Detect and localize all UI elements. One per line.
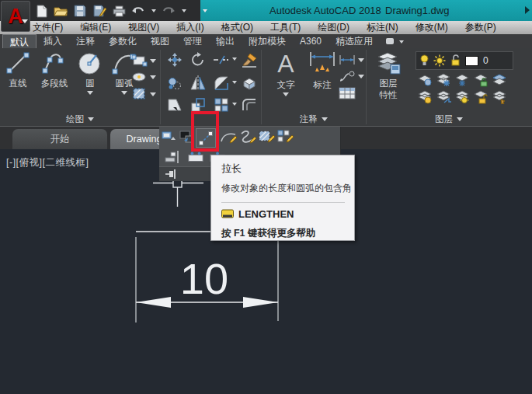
- offset-button[interactable]: [241, 96, 258, 113]
- ribbon-tab-parametric[interactable]: 参数化: [102, 34, 144, 48]
- current-layer-name[interactable]: 0: [483, 55, 489, 66]
- rectangle-dropdown-icon[interactable]: [150, 59, 156, 63]
- menu-dimension[interactable]: 标注(N): [367, 21, 398, 34]
- object-lines: [153, 179, 203, 207]
- undo-button[interactable]: [131, 4, 145, 18]
- leader-dropdown-icon[interactable]: [358, 75, 364, 78]
- open-file-button[interactable]: [54, 4, 68, 18]
- layer-make-current-button[interactable]: [417, 90, 436, 107]
- ellipse-button[interactable]: [132, 71, 156, 82]
- text-dropdown-icon[interactable]: [283, 92, 289, 96]
- undo-dropdown-icon[interactable]: [151, 9, 156, 12]
- linear-dimension-icon: [339, 54, 356, 65]
- menu-format[interactable]: 格式(O): [221, 21, 253, 34]
- edit-hatch-button[interactable]: [259, 128, 276, 145]
- text-button[interactable]: A 文字: [270, 51, 301, 96]
- draw-panel-footer[interactable]: 绘图: [0, 113, 160, 125]
- ribbon-tab-annotate[interactable]: 注释: [69, 34, 102, 48]
- trim-dropdown-icon[interactable]: [232, 58, 237, 61]
- menu-tools[interactable]: 工具(T): [270, 21, 301, 34]
- table-button[interactable]: [339, 87, 364, 99]
- layer-lock-button[interactable]: [473, 73, 492, 90]
- layer-freeze-button[interactable]: [436, 73, 454, 90]
- ribbon-tab-view[interactable]: 视图: [144, 34, 176, 48]
- ribbon-tab-manage[interactable]: 管理: [176, 34, 209, 48]
- layer-properties-button[interactable]: 图层 特性: [372, 51, 405, 101]
- ribbon-tab-output[interactable]: 输出: [209, 34, 242, 48]
- align-button[interactable]: [164, 148, 181, 166]
- circle-dropdown-icon[interactable]: [87, 91, 93, 95]
- file-tab-start[interactable]: 开始: [12, 129, 107, 149]
- array-dropdown-icon[interactable]: [232, 103, 237, 106]
- layer-isolate-button[interactable]: [417, 73, 436, 90]
- redo-dropdown-icon[interactable]: [182, 9, 186, 12]
- menu-insert[interactable]: 插入(I): [176, 21, 203, 34]
- annotate-panel-footer[interactable]: 注释: [261, 113, 366, 125]
- menu-modify[interactable]: 修改(M): [416, 21, 448, 34]
- match-properties-button[interactable]: [241, 51, 258, 68]
- layer-tools-grid: [417, 73, 510, 107]
- layer-match-button[interactable]: [492, 73, 510, 90]
- layer-on-button[interactable]: [454, 90, 473, 107]
- save-button[interactable]: [73, 4, 87, 18]
- linear-dimension-button[interactable]: [339, 54, 364, 65]
- titlebar-more-icon[interactable]: [525, 6, 530, 14]
- copy-button[interactable]: [166, 75, 183, 92]
- ribbon-tab-home[interactable]: 默认: [2, 34, 37, 48]
- rectangle-button[interactable]: [132, 54, 156, 67]
- edit-array-button[interactable]: [277, 128, 294, 145]
- layer-on-bulb-icon[interactable]: [420, 54, 429, 67]
- menu-view[interactable]: 视图(V): [128, 21, 159, 34]
- leader-button[interactable]: [339, 71, 364, 82]
- trim-button[interactable]: [213, 51, 230, 68]
- redo-button[interactable]: [162, 4, 176, 18]
- menu-file[interactable]: 文件(F): [33, 21, 63, 34]
- menu-draw[interactable]: 绘图(D): [318, 21, 349, 34]
- layer-previous-button[interactable]: [436, 90, 454, 107]
- save-as-button[interactable]: [92, 4, 106, 18]
- stretch-button[interactable]: [166, 96, 183, 113]
- menu-edit[interactable]: 编辑(E): [80, 21, 111, 34]
- qat-customize-icon[interactable]: [203, 9, 207, 12]
- edit-polyline-button[interactable]: [220, 128, 237, 145]
- dimension-button[interactable]: 标注: [306, 51, 339, 91]
- circle-button[interactable]: 圆: [75, 51, 106, 95]
- pin-icon[interactable]: [165, 169, 179, 180]
- explode-button[interactable]: [241, 75, 258, 92]
- layer-unlock-all-button[interactable]: [473, 90, 492, 107]
- circle-icon: [78, 51, 103, 75]
- layer-off-button[interactable]: [454, 73, 473, 90]
- plot-button[interactable]: [112, 4, 126, 18]
- edit-spline-button[interactable]: [239, 128, 256, 145]
- arc-dropdown-icon[interactable]: [121, 91, 127, 95]
- ribbon-tab-featured[interactable]: 精选应用: [329, 34, 380, 48]
- mirror-button[interactable]: [190, 75, 207, 92]
- ribbon-tab-a360[interactable]: A360: [293, 34, 329, 48]
- layer-thaw-sun-icon[interactable]: [433, 54, 446, 67]
- hatch-button[interactable]: [132, 87, 156, 101]
- layers-panel-footer[interactable]: 图层: [366, 113, 532, 125]
- rotate-button[interactable]: [190, 51, 207, 68]
- menu-parametric[interactable]: 参数(P): [465, 21, 496, 34]
- layer-state-control[interactable]: 0: [416, 51, 513, 70]
- hatch-dropdown-icon[interactable]: [150, 92, 156, 96]
- ellipse-dropdown-icon[interactable]: [150, 75, 156, 79]
- layer-walk-button[interactable]: [492, 90, 510, 107]
- linear-dimension-dropdown-icon[interactable]: [358, 58, 364, 62]
- line-button[interactable]: 直线: [3, 51, 33, 89]
- layer-unlock-icon[interactable]: [450, 54, 461, 67]
- layer-color-swatch[interactable]: [465, 56, 478, 66]
- app-title: Autodesk AutoCAD 2018: [269, 0, 381, 21]
- draw-panel-small-tools: [132, 54, 156, 101]
- polyline-button[interactable]: 多段线: [34, 51, 75, 89]
- new-file-button[interactable]: [34, 4, 48, 18]
- set-bylayer-button[interactable]: [161, 128, 178, 145]
- logo-dropdown-icon: [22, 19, 28, 23]
- ribbon-minimize-button[interactable]: [386, 38, 404, 46]
- ribbon-tab-insert[interactable]: 插入: [37, 34, 69, 48]
- application-menu-button[interactable]: A: [1, 1, 30, 32]
- fillet-button[interactable]: [213, 75, 230, 92]
- ribbon-tab-addins[interactable]: 附加模块: [242, 34, 293, 48]
- move-button[interactable]: [166, 51, 183, 68]
- fillet-dropdown-icon[interactable]: [232, 81, 237, 84]
